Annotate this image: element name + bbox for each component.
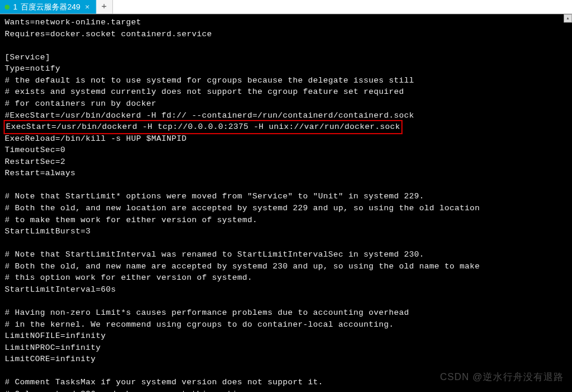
terminal-line: LimitNOFILE=infinity (5, 331, 106, 340)
terminal-line: Type=notify (5, 64, 61, 73)
terminal-line: ExecReload=/bin/kill -s HUP $MAINPID (5, 134, 187, 143)
terminal-line: LimitCORE=infinity (5, 355, 96, 363)
terminal-output[interactable]: Wants=network-online.target Requires=doc… (0, 14, 572, 392)
terminal-line: Wants=network-online.target (5, 18, 142, 27)
terminal-line: # Note that StartLimit* options were mov… (5, 192, 425, 201)
terminal-line: Restart=always (5, 169, 76, 178)
chevron-up-icon: ▴ (566, 15, 569, 21)
terminal-line: TimeoutSec=0 (5, 146, 65, 154)
tab-active[interactable]: 1 百度云服务器249 × (0, 0, 96, 14)
scroll-up-button[interactable]: ▴ (564, 14, 572, 23)
close-icon[interactable]: × (84, 2, 91, 11)
terminal-line: RestartSec=2 (5, 157, 65, 166)
terminal-line: # for containers run by docker (5, 99, 156, 108)
plus-icon: + (102, 2, 107, 12)
terminal-line: # to make them work for either version o… (5, 216, 257, 225)
terminal-line: # Note that StartLimitInterval was renam… (5, 250, 425, 259)
terminal-line: StartLimitBurst=3 (5, 227, 91, 236)
terminal-line: Requires=docker.socket containerd.servic… (5, 30, 212, 39)
terminal-line: StartLimitInterval=60s (5, 285, 116, 294)
new-tab-button[interactable]: + (96, 0, 113, 14)
tab-title: 百度云服务器249 (21, 2, 80, 12)
terminal-line: # Comment TasksMax if your systemd versi… (5, 378, 323, 387)
terminal-line: #ExecStart=/usr/bin/dockerd -H fd:// --c… (5, 111, 414, 120)
terminal-line: LimitNPROC=infinity (5, 343, 101, 352)
status-dot-icon (5, 5, 10, 10)
tab-index: 1 (13, 2, 17, 11)
tab-bar: 1 百度云服务器249 × + (0, 0, 572, 14)
terminal-line: [Service] (5, 53, 51, 62)
terminal-line: # exists and systemd currently does not … (5, 87, 404, 96)
terminal-line: # Only systemd 226 and above support thi… (5, 390, 253, 392)
terminal-line: # Both the old, and new name are accepte… (5, 262, 480, 271)
terminal-line: # Having non-zero Limit*s causes perform… (5, 308, 409, 317)
terminal-line: # this option work for either version of… (5, 273, 253, 282)
terminal-line: # the default is not to use systemd for … (5, 76, 414, 85)
terminal-line: # Both the old, and new location are acc… (5, 204, 480, 213)
highlighted-line: ExecStart=/usr/bin/dockerd -H tcp://0.0.… (4, 120, 403, 134)
terminal-line: # in the kernel. We recommend using cgro… (5, 320, 394, 329)
